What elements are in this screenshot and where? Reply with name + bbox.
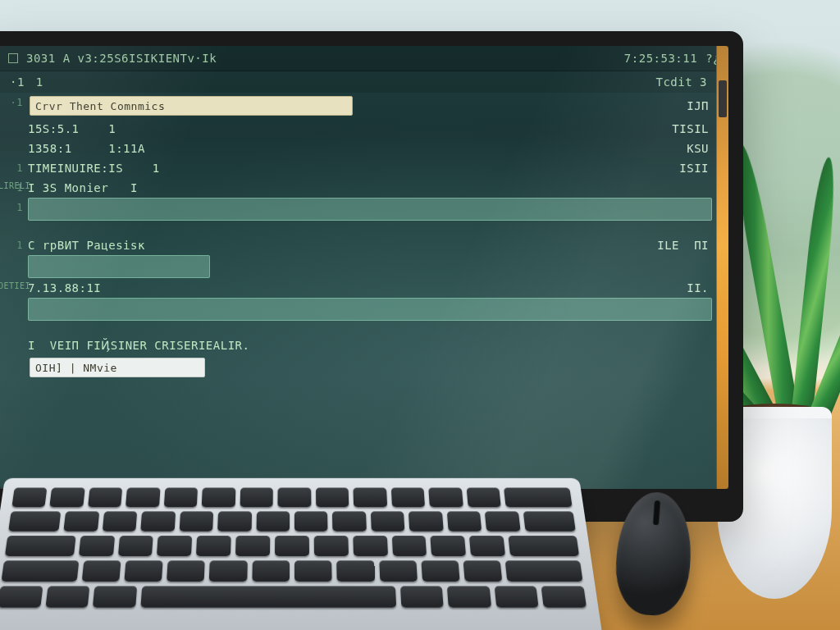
window-control-icon[interactable] — [8, 53, 18, 63]
right-value: ISII — [679, 162, 709, 175]
line-text: C rpBИТ Paцеsisк — [28, 239, 145, 252]
keyboard — [0, 478, 603, 630]
progress-row — [0, 255, 728, 278]
terminal-line: ·1 Crvr Thent Comnmics IJП — [0, 93, 728, 119]
right-value: ILE — [657, 239, 679, 252]
terminal-line: 15S:5.1 1 TISIL — [0, 119, 728, 139]
menu-item[interactable]: ·1 — [10, 75, 25, 89]
terminal-line: 1 C rpBИТ Paцеsisк ILE ΠI — [0, 235, 728, 255]
command-input[interactable]: Crvr Thent Comnmics — [30, 96, 353, 116]
window-titlebar[interactable]: 3031 A v3:25S6ISIKIENTv·Ik 7:25:53:11 ?¿ — [0, 46, 728, 71]
terminal-line: I VEIП FIҊSINER CRISERIEALIR. — [0, 336, 728, 355]
terminal-line: 1 TIMEINUIRE:IS 1 ISII — [0, 158, 728, 178]
line-text: TIMEINUIRE:IS 1 — [28, 162, 160, 175]
terminal-screen[interactable]: 3031 A v3:25S6ISIKIENTv·Ik 7:25:53:11 ?¿… — [0, 46, 728, 489]
window-title: 3031 A v3:25S6ISIKIENTv·Ik — [26, 52, 217, 65]
secondary-input[interactable]: OIH] | NMvie — [30, 358, 205, 377]
right-value: TISIL — [672, 122, 709, 135]
input-text: Crvr Thent Comnmics — [35, 100, 165, 112]
right-value: ΠI — [694, 239, 709, 252]
menu-item[interactable]: 1 — [36, 75, 43, 89]
row-tag: LIRELI — [0, 181, 30, 190]
desk-scene: 3031 A v3:25S6ISIKIENTv·Ik 7:25:53:11 ?¿… — [0, 0, 840, 630]
scrollbar-thumb[interactable] — [719, 80, 727, 117]
terminal-line: OETIEI 7.13.88:1I II. — [0, 278, 728, 298]
menubar[interactable]: ·1 1 Tcdit 3 — [0, 71, 728, 93]
highlighted-row[interactable]: 1 — [0, 198, 728, 221]
right-value: KSU — [687, 142, 709, 155]
scrollbar[interactable] — [716, 46, 728, 489]
right-value: IJП — [687, 99, 709, 112]
line-text: I VEIП FIҊSINER CRISERIEALIR. — [28, 339, 249, 352]
right-value: II. — [687, 281, 709, 294]
terminal-line[interactable]: OIH] | NMvie — [0, 355, 728, 380]
monitor: 3031 A v3:25S6ISIKIENTv·Ik 7:25:53:11 ?¿… — [0, 31, 743, 522]
terminal-line: 1358:1 1:11A KSU — [0, 139, 728, 158]
highlighted-row[interactable] — [0, 298, 728, 321]
tab-label[interactable]: Tcdit 3 — [655, 75, 707, 89]
line-text: 15S:5.1 1 — [28, 122, 116, 135]
line-text: I 3S Monier I — [28, 181, 138, 194]
line-text: 1358:1 1:11A — [28, 142, 145, 155]
clock-text: 7:25:53:11 — [624, 52, 697, 65]
terminal-line: 1 LIRELI I 3S Monier I — [0, 178, 728, 198]
input-text: OIH] | NMvie — [35, 362, 117, 374]
line-number: ·1 — [2, 93, 26, 119]
line-text: 7.13.88:1I — [28, 281, 101, 294]
